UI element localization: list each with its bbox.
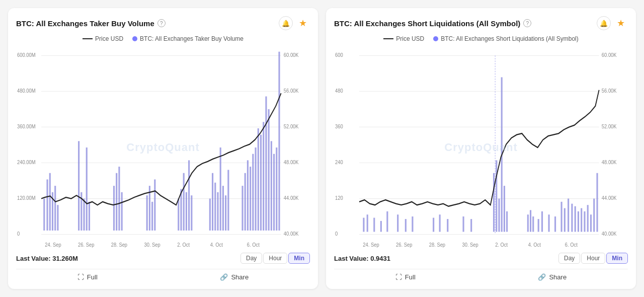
- last-value-label-2: Last Value:: [334, 255, 369, 262]
- svg-rect-24: [78, 141, 79, 231]
- svg-rect-122: [575, 206, 576, 232]
- svg-text:480.00M: 480.00M: [17, 88, 35, 94]
- svg-rect-103: [463, 216, 464, 232]
- svg-rect-107: [498, 199, 500, 232]
- svg-rect-33: [146, 195, 148, 231]
- share-button-1[interactable]: 🔗 Share: [220, 273, 249, 281]
- title-row-2: BTC: All Exchanges Short Liquidations (A…: [334, 19, 531, 28]
- svg-text:26. Sep: 26. Sep: [78, 242, 94, 248]
- hour-btn-2[interactable]: Hour: [581, 253, 605, 264]
- svg-text:60.00K: 60.00K: [284, 52, 299, 58]
- svg-rect-26: [83, 199, 85, 231]
- svg-text:24. Sep: 24. Sep: [363, 242, 379, 248]
- svg-rect-127: [590, 214, 592, 232]
- svg-rect-35: [151, 202, 153, 231]
- last-value-number-1: 31.260M: [52, 255, 78, 262]
- svg-rect-125: [584, 211, 585, 232]
- svg-text:48.00K: 48.00K: [284, 159, 299, 165]
- star-icon-1: ★: [299, 18, 307, 29]
- svg-text:44.00K: 44.00K: [602, 195, 617, 201]
- chart-card-2: BTC: All Exchanges Short Liquidations (A…: [326, 8, 636, 289]
- svg-rect-44: [212, 173, 213, 231]
- svg-text:52.00K: 52.00K: [284, 123, 299, 129]
- full-icon-2: ⛶: [395, 273, 402, 281]
- card-header-2: BTC: All Exchanges Short Liquidations (A…: [334, 16, 628, 30]
- svg-text:0: 0: [17, 231, 20, 237]
- chart-footer-2: Last Value: 0.9431 Day Hour Min: [334, 253, 628, 264]
- chart-svg-1: 600.00M 480.00M 360.00M 240.00M 120.00M …: [16, 45, 310, 250]
- svg-text:6. Oct: 6. Oct: [247, 242, 260, 248]
- chart-title-1: BTC: All Exchanges Taker Buy Volume: [16, 19, 154, 28]
- full-button-1[interactable]: ⛶ Full: [77, 273, 98, 281]
- last-value-1: Last Value: 31.260M: [16, 255, 78, 262]
- svg-rect-56: [255, 147, 257, 231]
- svg-rect-45: [214, 183, 216, 231]
- svg-rect-39: [183, 173, 185, 231]
- full-button-2[interactable]: ⛶ Full: [395, 273, 416, 281]
- svg-text:360: 360: [335, 123, 343, 129]
- min-btn-1[interactable]: Min: [288, 253, 310, 264]
- bell-button-2[interactable]: 🔔: [597, 16, 611, 30]
- legend-2: Price USD BTC: All Exchanges Short Liqui…: [334, 35, 628, 42]
- legend-line-1: [83, 38, 93, 39]
- full-label-2: Full: [405, 273, 416, 281]
- svg-rect-119: [564, 208, 566, 232]
- svg-rect-129: [596, 173, 598, 232]
- header-icons-1: 🔔 ★: [279, 16, 310, 30]
- svg-rect-32: [121, 192, 123, 231]
- svg-rect-41: [188, 160, 190, 231]
- svg-text:28. Sep: 28. Sep: [111, 242, 127, 248]
- svg-text:2. Oct: 2. Oct: [495, 242, 508, 248]
- svg-text:480: 480: [335, 88, 343, 94]
- svg-text:44.00K: 44.00K: [284, 195, 299, 201]
- svg-rect-105: [493, 173, 495, 232]
- star-button-2[interactable]: ★: [614, 16, 628, 30]
- help-icon-1[interactable]: ?: [157, 19, 166, 27]
- svg-rect-19: [46, 179, 48, 231]
- svg-text:24. Sep: 24. Sep: [45, 242, 61, 248]
- svg-rect-22: [54, 186, 56, 231]
- svg-rect-31: [118, 167, 120, 231]
- svg-rect-96: [386, 211, 388, 232]
- svg-text:48.00K: 48.00K: [602, 159, 617, 165]
- svg-text:56.00K: 56.00K: [284, 88, 299, 94]
- svg-text:56.00K: 56.00K: [602, 88, 617, 94]
- svg-rect-60: [265, 97, 267, 231]
- svg-rect-111: [527, 214, 529, 232]
- svg-rect-94: [373, 218, 375, 232]
- svg-text:120: 120: [335, 195, 343, 201]
- svg-rect-40: [186, 192, 187, 231]
- svg-text:600.00M: 600.00M: [17, 52, 35, 58]
- svg-text:6. Oct: 6. Oct: [565, 242, 578, 248]
- svg-rect-118: [561, 202, 562, 232]
- svg-text:30. Sep: 30. Sep: [462, 242, 478, 248]
- legend-volume-1: BTC: All Exchanges Taker Buy Volume: [132, 35, 244, 42]
- svg-text:60.00K: 60.00K: [602, 52, 617, 58]
- svg-text:240.00M: 240.00M: [17, 159, 35, 165]
- last-value-number-2: 0.9431: [370, 255, 390, 262]
- min-btn-2[interactable]: Min: [606, 253, 628, 264]
- time-buttons-1: Day Hour Min: [240, 253, 310, 264]
- day-btn-1[interactable]: Day: [240, 253, 262, 264]
- legend-dot-2: [433, 36, 438, 41]
- svg-rect-117: [554, 216, 556, 232]
- svg-text:2. Oct: 2. Oct: [177, 242, 190, 248]
- chart-title-2: BTC: All Exchanges Short Liquidations (A…: [334, 19, 520, 28]
- svg-rect-106: [496, 160, 497, 232]
- legend-volume-2: BTC: All Exchanges Short Liquidations (A…: [433, 35, 578, 42]
- svg-rect-102: [447, 219, 448, 232]
- share-button-2[interactable]: 🔗 Share: [538, 273, 567, 281]
- svg-rect-51: [242, 186, 243, 231]
- svg-text:40.00K: 40.00K: [602, 231, 617, 237]
- svg-rect-49: [225, 195, 226, 231]
- star-button-1[interactable]: ★: [296, 16, 310, 30]
- share-icon-1: 🔗: [220, 273, 228, 281]
- hour-btn-1[interactable]: Hour: [263, 253, 287, 264]
- svg-rect-101: [439, 214, 441, 232]
- svg-rect-128: [593, 199, 595, 232]
- day-btn-2[interactable]: Day: [558, 253, 580, 264]
- bell-button-1[interactable]: 🔔: [279, 16, 293, 30]
- legend-volume-label-1: BTC: All Exchanges Taker Buy Volume: [140, 35, 244, 42]
- help-icon-2[interactable]: ?: [523, 19, 531, 27]
- legend-dot-1: [132, 36, 137, 41]
